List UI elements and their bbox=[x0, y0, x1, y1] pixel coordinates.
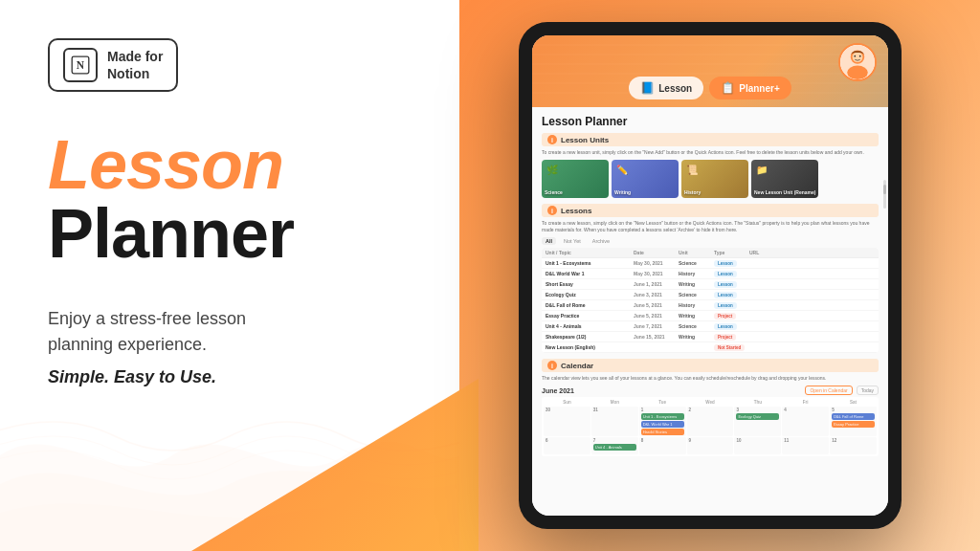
cal-event-unit1: Unit 1 - Ecosystems bbox=[641, 413, 684, 420]
cal-event-ww1: D&L World War 1 bbox=[641, 421, 684, 428]
cal-event-fallrome: D&L Fall of Rome bbox=[832, 413, 875, 420]
cal-day-2[interactable]: 2 bbox=[687, 407, 734, 436]
lesson-name-7: Unit 4 - Animals bbox=[546, 323, 632, 329]
tablet-body: Lesson Planner i Lesson Units To create … bbox=[532, 107, 888, 516]
lesson-date-1: May 30, 2021 bbox=[634, 260, 677, 266]
lesson-name-6: Essay Practice bbox=[546, 313, 632, 319]
notion-logo-icon: N bbox=[63, 48, 98, 82]
lesson-date-8: June 15, 2021 bbox=[634, 334, 677, 340]
calendar-title: Calendar bbox=[561, 362, 593, 370]
cal-day-4[interactable]: 4 bbox=[782, 407, 829, 436]
cal-day-may30[interactable]: 30 bbox=[544, 407, 590, 436]
calendar-section: i Calendar The calendar view lets you se… bbox=[542, 359, 879, 456]
notion-badge: N Made for Notion bbox=[48, 38, 178, 92]
col-header-type: Type bbox=[714, 250, 747, 255]
scroll-indicator bbox=[883, 180, 886, 209]
tab-not-yet[interactable]: Not Yet bbox=[560, 237, 585, 245]
table-row: Shakespeare (1/2) June 15, 2021 Writing … bbox=[542, 332, 879, 342]
cal-day-9[interactable]: 9 bbox=[687, 437, 734, 454]
unit-cards-row: 🌿 Science ✏️ Writing 📜 History 📁 bbox=[542, 160, 879, 198]
table-row: Ecology Quiz June 3, 2021 Science Lesson bbox=[542, 290, 879, 300]
nav-planner[interactable]: 📋 Planner+ bbox=[709, 77, 791, 99]
tab-all[interactable]: All bbox=[542, 237, 556, 245]
tab-archive[interactable]: Archive bbox=[589, 237, 613, 245]
lesson-name-2: D&L World War 1 bbox=[546, 271, 632, 276]
cal-day-10[interactable]: 10 bbox=[734, 437, 781, 454]
scroll-thumb bbox=[883, 185, 886, 194]
nav-lesson[interactable]: 📘 Lesson bbox=[629, 77, 703, 99]
lesson-unit-5: History bbox=[679, 302, 712, 308]
cal-day-3[interactable]: 3 Ecology Quiz bbox=[734, 407, 781, 436]
planner-icon: 📋 bbox=[721, 81, 735, 95]
unit-card-science[interactable]: 🌿 Science bbox=[542, 160, 609, 198]
tablet-screen: 📘 Lesson 📋 Planner+ bbox=[532, 35, 888, 516]
lesson-status-9: Not Started bbox=[714, 344, 747, 350]
right-panel: 📘 Lesson 📋 Planner+ bbox=[459, 0, 980, 551]
today-btn[interactable]: Today bbox=[857, 386, 879, 395]
lesson-units-section: i Lesson Units To create a new lesson un… bbox=[542, 133, 879, 198]
lessons-header: i Lessons bbox=[542, 204, 879, 217]
headline-planner: Planner bbox=[48, 199, 392, 268]
tablet-avatar bbox=[838, 43, 877, 81]
table-row: Essay Practice June 5, 2021 Writing Proj… bbox=[542, 311, 879, 321]
cal-day-7[interactable]: 7 Unit 4 - Animals bbox=[591, 437, 638, 454]
science-icon: 🌿 bbox=[546, 165, 558, 175]
cal-day-may31[interactable]: 31 bbox=[591, 407, 638, 436]
nav-lesson-label: Lesson bbox=[658, 83, 692, 94]
unit-card-new[interactable]: 📁 New Lesson Unit (Rename) bbox=[751, 160, 818, 198]
unit-card-history-label: History bbox=[684, 189, 701, 195]
svg-text:N: N bbox=[77, 59, 85, 71]
cal-event-unit4: Unit 4 - Animals bbox=[593, 444, 636, 451]
cal-day-5[interactable]: 5 D&L Fall of Rome Essay Practice bbox=[830, 407, 877, 436]
cal-day-1[interactable]: 1 Unit 1 - Ecosystems D&L World War 1 Ha… bbox=[639, 407, 686, 436]
lesson-unit-4: Science bbox=[679, 292, 712, 298]
lesson-name-5: D&L Fall of Rome bbox=[546, 302, 632, 308]
unit-card-writing-label: Writing bbox=[614, 189, 631, 195]
lesson-units-desc: To create a new lesson unit, simply clic… bbox=[542, 149, 879, 156]
cal-day-11[interactable]: 11 bbox=[782, 437, 829, 454]
lesson-date-3: June 1, 2021 bbox=[634, 281, 677, 287]
col-header-unit: Unit bbox=[679, 250, 712, 255]
lesson-status-2: Lesson bbox=[714, 271, 747, 276]
lesson-unit-3: Writing bbox=[679, 281, 712, 287]
lesson-status-5: Lesson bbox=[714, 302, 747, 308]
lesson-icon: 📘 bbox=[640, 81, 655, 95]
cal-day-6[interactable]: 6 bbox=[544, 437, 590, 454]
tablet-header: 📘 Lesson 📋 Planner+ bbox=[532, 35, 888, 107]
cal-event-essay: Essay Practice bbox=[832, 421, 875, 428]
writing-icon: ✏️ bbox=[616, 165, 628, 175]
cal-day-8[interactable]: 8 bbox=[639, 437, 686, 454]
cal-day-12[interactable]: 12 bbox=[830, 437, 877, 454]
unit-card-history[interactable]: 📜 History bbox=[681, 160, 748, 198]
calendar-header-row: June 2021 Open in Calendar Today bbox=[542, 386, 879, 395]
table-tabs: All Not Yet Archive bbox=[542, 237, 879, 245]
tablet-page-title: Lesson Planner bbox=[542, 115, 879, 128]
calendar-month: June 2021 bbox=[542, 387, 574, 394]
lessons-desc: To create a new lesson, simply click on … bbox=[542, 220, 879, 233]
svg-point-11 bbox=[847, 66, 868, 79]
lesson-status-3: Lesson bbox=[714, 281, 747, 287]
lesson-unit-8: Writing bbox=[679, 334, 712, 340]
lesson-status-7: Lesson bbox=[714, 323, 747, 329]
cal-header-fri: Fri bbox=[782, 399, 829, 406]
nav-planner-label: Planner+ bbox=[739, 83, 780, 94]
lesson-unit-1: Science bbox=[679, 260, 712, 266]
calendar-info-icon: i bbox=[547, 361, 557, 370]
left-panel: N Made for Notion Lesson Planner Enjoy a… bbox=[0, 0, 440, 551]
cal-header-sat: Sat bbox=[830, 399, 877, 406]
open-in-calendar-btn[interactable]: Open in Calendar bbox=[805, 386, 852, 395]
svg-point-14 bbox=[859, 55, 861, 57]
calendar-desc: The calendar view lets you see all of yo… bbox=[542, 375, 879, 382]
unit-card-new-label: New Lesson Unit (Rename) bbox=[754, 189, 815, 195]
cal-event-ecology: Ecology Quiz bbox=[736, 413, 779, 420]
table-row: D&L Fall of Rome June 5, 2021 History Le… bbox=[542, 300, 879, 311]
tagline-bold: Simple. Easy to Use. bbox=[48, 367, 392, 387]
lesson-date-7: June 7, 2021 bbox=[634, 323, 677, 329]
lesson-status-1: Lesson bbox=[714, 260, 747, 266]
unit-card-writing[interactable]: ✏️ Writing bbox=[612, 160, 679, 198]
svg-point-13 bbox=[854, 55, 856, 57]
table-row: Unit 1 - Ecosystems May 30, 2021 Science… bbox=[542, 258, 879, 269]
lessons-title: Lessons bbox=[561, 207, 591, 215]
lesson-name-1: Unit 1 - Ecosystems bbox=[546, 260, 632, 266]
cal-header-thu: Thu bbox=[734, 399, 781, 406]
